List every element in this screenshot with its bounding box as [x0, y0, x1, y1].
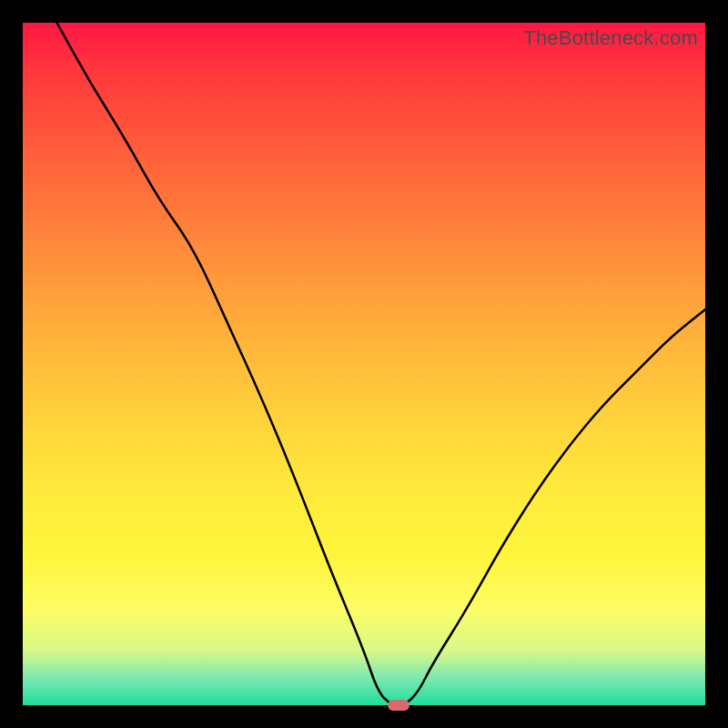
optimal-marker — [388, 700, 410, 711]
chart-frame: TheBottleneck.com — [0, 0, 728, 728]
curve-path — [57, 23, 706, 705]
plot-area: TheBottleneck.com — [23, 23, 705, 705]
bottleneck-curve — [23, 23, 705, 705]
